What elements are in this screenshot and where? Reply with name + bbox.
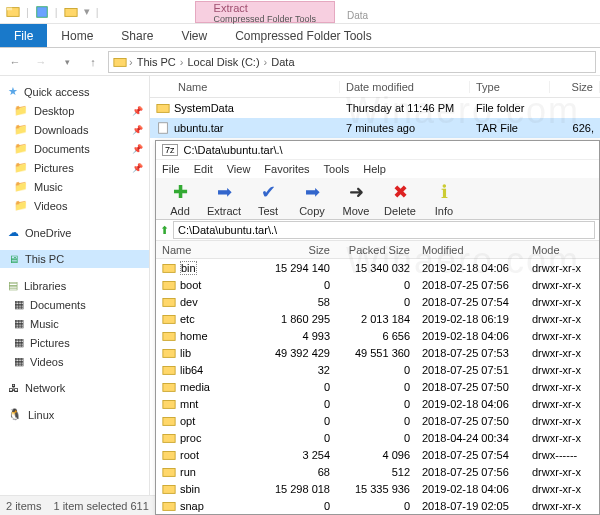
sidebar-item-desktop[interactable]: 📁Desktop📌 xyxy=(0,101,149,120)
archive-row[interactable]: home4 9936 6562019-02-18 04:06drwxr-xr-x xyxy=(156,327,599,344)
ribbon-context[interactable]: Compressed Folder Tools xyxy=(221,24,386,47)
file-row[interactable]: SystemDataThursday at 11:46 PMFile folde… xyxy=(150,98,600,118)
archive-row[interactable]: lib643202018-07-25 07:51drwxr-xr-x xyxy=(156,361,599,378)
menu-edit[interactable]: Edit xyxy=(194,163,213,175)
library-icon: ▦ xyxy=(14,336,24,349)
linux[interactable]: 🐧Linux xyxy=(0,405,149,424)
archive-row[interactable]: root3 2544 0962018-07-25 07:54drwx------ xyxy=(156,446,599,463)
szcol-size[interactable]: Size xyxy=(256,244,336,256)
archive-row[interactable]: media002018-07-25 07:50drwxr-xr-x xyxy=(156,378,599,395)
sevenzip-window[interactable]: 7z C:\Data\ubuntu.tar\.\ File Edit View … xyxy=(155,140,600,515)
up-button[interactable]: ↑ xyxy=(82,51,104,73)
col-name[interactable]: Name xyxy=(150,81,340,93)
folder-icon: 📁 xyxy=(14,142,28,155)
archive-row[interactable]: snap002018-07-19 02:05drwxr-xr-x xyxy=(156,497,599,514)
archive-row[interactable]: opt002018-07-25 07:50drwxr-xr-x xyxy=(156,412,599,429)
breadcrumb[interactable]: › This PC › Local Disk (C:) › Data xyxy=(108,51,596,73)
network[interactable]: 🖧Network xyxy=(0,379,149,397)
svg-rect-18 xyxy=(163,451,175,459)
svg-rect-9 xyxy=(163,298,175,306)
archive-row[interactable]: mnt002019-02-18 04:06drwxr-xr-x xyxy=(156,395,599,412)
arrow-r-icon: ➡ xyxy=(305,181,320,203)
szcol-modified[interactable]: Modified xyxy=(416,244,526,256)
sidebar-item-documents[interactable]: ▦Documents xyxy=(0,295,149,314)
star-icon: ★ xyxy=(8,85,18,98)
menu-tools[interactable]: Tools xyxy=(324,163,350,175)
libraries[interactable]: ▤Libraries xyxy=(0,276,149,295)
chevron-right-icon[interactable]: › xyxy=(180,56,184,68)
col-date[interactable]: Date modified xyxy=(340,81,470,93)
folder-icon xyxy=(162,278,176,292)
sidebar-item-documents[interactable]: 📁Documents📌 xyxy=(0,139,149,158)
ribbon: File Home Share View Compressed Folder T… xyxy=(0,24,600,48)
context-tab-extract[interactable]: Extract Compressed Folder Tools xyxy=(195,1,335,23)
ribbon-file[interactable]: File xyxy=(0,24,47,47)
sidebar-item-videos[interactable]: ▦Videos xyxy=(0,352,149,371)
folder-small-icon[interactable] xyxy=(64,5,78,19)
sevenzip-titlebar[interactable]: 7z C:\Data\ubuntu.tar\.\ xyxy=(156,141,599,160)
archive-row[interactable]: sbin15 298 01815 335 9362019-02-18 04:06… xyxy=(156,480,599,497)
menu-help[interactable]: Help xyxy=(363,163,386,175)
forward-button[interactable]: → xyxy=(30,51,52,73)
ribbon-view[interactable]: View xyxy=(167,24,221,47)
ribbon-share[interactable]: Share xyxy=(107,24,167,47)
sidebar-item-music[interactable]: 📁Music xyxy=(0,177,149,196)
archive-row[interactable]: run685122018-07-25 07:56drwxr-xr-x xyxy=(156,463,599,480)
this-pc[interactable]: 🖥This PC xyxy=(0,250,149,268)
szcol-mode[interactable]: Mode xyxy=(526,244,596,256)
crumb-thispc[interactable]: This PC xyxy=(135,56,178,68)
archive-row[interactable]: etc1 860 2952 013 1842019-02-18 06:19drw… xyxy=(156,310,599,327)
svg-rect-15 xyxy=(163,400,175,408)
col-size[interactable]: Size xyxy=(550,81,600,93)
sidebar-item-pictures[interactable]: 📁Pictures📌 xyxy=(0,158,149,177)
crumb-disk[interactable]: Local Disk (C:) xyxy=(185,56,261,68)
sevenzip-path-input[interactable] xyxy=(173,221,595,239)
sidebar-item-videos[interactable]: 📁Videos xyxy=(0,196,149,215)
sidebar-item-pictures[interactable]: ▦Pictures xyxy=(0,333,149,352)
back-button[interactable]: ← xyxy=(4,51,26,73)
svg-rect-4 xyxy=(114,58,126,66)
chevron-right-icon[interactable]: › xyxy=(264,56,268,68)
svg-rect-5 xyxy=(157,105,169,113)
up-folder-icon[interactable]: ⬆ xyxy=(160,224,169,237)
tool-extract[interactable]: ➡Extract xyxy=(204,181,244,217)
library-icon: ▦ xyxy=(14,298,24,311)
onedrive[interactable]: ☁OneDrive xyxy=(0,223,149,242)
recent-button[interactable]: ▾ xyxy=(56,51,78,73)
pin-icon: 📌 xyxy=(132,163,143,173)
chevron-right-icon[interactable]: › xyxy=(129,56,133,68)
menu-file[interactable]: File xyxy=(162,163,180,175)
archive-row[interactable]: bin15 294 14015 340 0322019-02-18 04:06d… xyxy=(156,259,599,276)
folder-icon xyxy=(162,465,176,479)
archive-row[interactable]: dev5802018-07-25 07:54drwxr-xr-x xyxy=(156,293,599,310)
sidebar-item-downloads[interactable]: 📁Downloads📌 xyxy=(0,120,149,139)
sevenzip-columns[interactable]: Name Size Packed Size Modified Mode xyxy=(156,241,599,259)
archive-row[interactable]: lib49 392 42949 551 3602018-07-25 07:53d… xyxy=(156,344,599,361)
archive-row[interactable]: boot002018-07-25 07:56drwxr-xr-x xyxy=(156,276,599,293)
svg-rect-13 xyxy=(163,366,175,374)
sidebar-item-music[interactable]: ▦Music xyxy=(0,314,149,333)
ribbon-home[interactable]: Home xyxy=(47,24,107,47)
tool-copy[interactable]: ➡Copy xyxy=(292,181,332,217)
x-icon: ✖ xyxy=(393,181,408,203)
column-headers[interactable]: Name Date modified Type Size xyxy=(150,76,600,98)
network-icon: 🖧 xyxy=(8,382,19,394)
col-type[interactable]: Type xyxy=(470,81,550,93)
tool-delete[interactable]: ✖Delete xyxy=(380,181,420,217)
archive-row[interactable]: proc002018-04-24 00:34drwxr-xr-x xyxy=(156,429,599,446)
tool-add[interactable]: ✚Add xyxy=(160,181,200,217)
save-icon[interactable] xyxy=(35,5,49,19)
szcol-name[interactable]: Name xyxy=(156,244,256,256)
menu-view[interactable]: View xyxy=(227,163,251,175)
crumb-folder[interactable]: Data xyxy=(269,56,296,68)
menu-favorites[interactable]: Favorites xyxy=(264,163,309,175)
szcol-packed[interactable]: Packed Size xyxy=(336,244,416,256)
quick-access[interactable]: ★Quick access xyxy=(0,82,149,101)
tool-info[interactable]: ℹInfo xyxy=(424,181,464,217)
tool-test[interactable]: ✔Test xyxy=(248,181,288,217)
arrow-r2-icon: ➜ xyxy=(349,181,364,203)
tool-move[interactable]: ➜Move xyxy=(336,181,376,217)
file-row[interactable]: ubuntu.tar7 minutes agoTAR File626, xyxy=(150,118,600,138)
dropdown-caret-icon[interactable]: ▾ xyxy=(84,5,90,18)
folder-icon xyxy=(162,363,176,377)
